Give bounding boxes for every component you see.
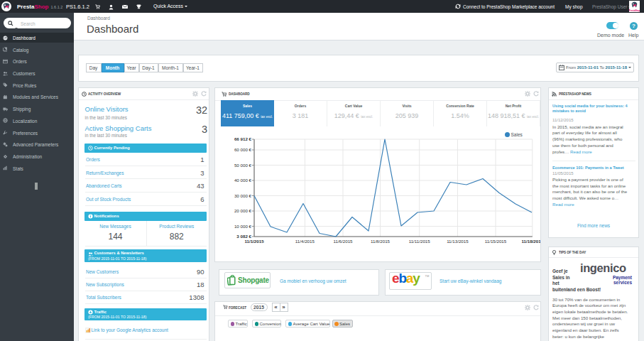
svg-text:11/4/2015: 11/4/2015 xyxy=(295,239,315,244)
svg-text:20 000 €: 20 000 € xyxy=(234,208,252,213)
svg-text:11/13/2015: 11/13/2015 xyxy=(447,239,469,244)
svg-text:30 000 €: 30 000 € xyxy=(234,193,252,198)
svg-text:11/11/2015: 11/11/2015 xyxy=(409,239,431,244)
svg-text:50 000 €: 50 000 € xyxy=(234,163,252,168)
svg-text:PrestaShop: PrestaShop xyxy=(629,9,640,12)
svg-text:60 000 €: 60 000 € xyxy=(234,147,252,152)
svg-text:11/8/2015: 11/8/2015 xyxy=(371,239,391,244)
svg-text:11/15/2015: 11/15/2015 xyxy=(485,239,507,244)
svg-text:11/18/2015: 11/18/2015 xyxy=(521,239,540,244)
svg-text:40 000 €: 40 000 € xyxy=(234,178,252,183)
svg-text:66 912 €: 66 912 € xyxy=(234,136,252,141)
svg-text:11/6/2015: 11/6/2015 xyxy=(333,239,353,244)
svg-text:11/1/2015: 11/1/2015 xyxy=(244,239,264,244)
svg-text:10 000 €: 10 000 € xyxy=(234,224,252,229)
